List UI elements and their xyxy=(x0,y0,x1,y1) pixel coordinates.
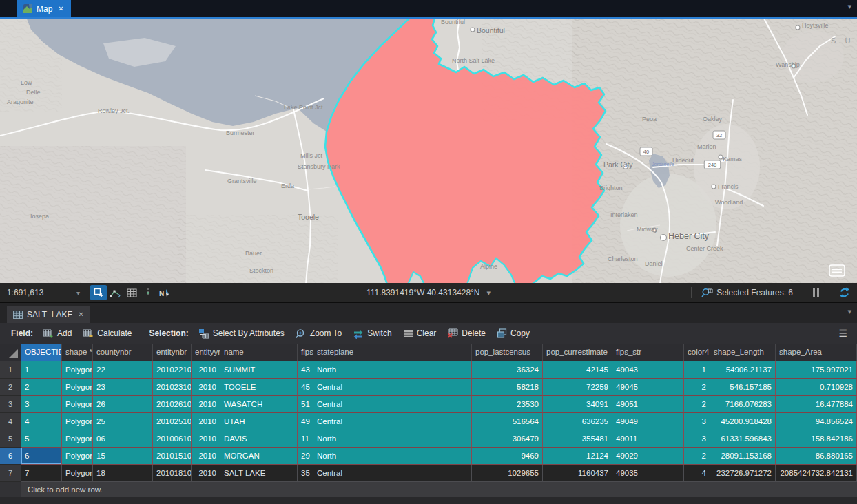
pause-drawing-icon[interactable] xyxy=(813,288,819,297)
cell-3-color4[interactable]: 2 xyxy=(684,396,710,413)
cell-3-entityyr[interactable]: 2010 xyxy=(192,396,220,413)
cell-5-pop-currestimate[interactable]: 355481 xyxy=(543,430,612,448)
map-view[interactable]: BountifulBountifulNorth Salt LakeHoytsvi… xyxy=(0,17,857,283)
cell-3-name[interactable]: WASATCH xyxy=(220,396,298,413)
column-header-pop-currestimate[interactable]: pop_currestimate xyxy=(543,344,612,361)
tab-map[interactable]: Map ✕ xyxy=(17,0,71,17)
calculate-field-button[interactable]: Calculate xyxy=(77,326,137,340)
cell-7-fips-str[interactable]: 49035 xyxy=(612,465,684,482)
column-header-countynbr[interactable]: countynbr xyxy=(93,344,153,361)
tab-bar-chevron-down-icon[interactable]: ▾ xyxy=(847,2,851,11)
cell-6-entityyr[interactable]: 2010 xyxy=(192,448,220,465)
cell-6-entitynbr[interactable]: 2010151010 xyxy=(153,448,192,465)
cell-3-countynbr[interactable]: 26 xyxy=(93,396,153,413)
select-by-attributes-button[interactable]: Select By Attributes xyxy=(193,326,290,341)
column-header-shape-[interactable]: shape * xyxy=(62,344,93,361)
zoom-to-button[interactable]: Zoom To xyxy=(290,326,347,341)
selected-features[interactable]: Selected Features: 6 xyxy=(701,288,793,298)
cell-5-shape-[interactable]: Polygon xyxy=(62,430,93,448)
table-corner-cell[interactable] xyxy=(0,344,21,361)
cell-2-shape-area[interactable]: 0.710928 xyxy=(776,379,857,396)
attribute-table[interactable]: OBJECTID *shape *countynbrentitynbrentit… xyxy=(0,344,857,482)
cell-5-pop-lastcensus[interactable]: 306479 xyxy=(472,430,543,448)
cell-5-countynbr[interactable]: 06 xyxy=(93,430,153,448)
cell-2-fips[interactable]: 45 xyxy=(298,379,313,396)
cell-6-fips-str[interactable]: 49029 xyxy=(612,448,684,465)
cell-2-shape-[interactable]: Polygon xyxy=(62,379,93,396)
clear-selection-button[interactable]: Clear xyxy=(397,326,442,340)
cell-1-stateplane[interactable]: North xyxy=(313,361,472,379)
north-arrow-icon[interactable]: N xyxy=(156,285,173,300)
cell-6-color4[interactable]: 2 xyxy=(684,448,710,465)
cell-7-entitynbr[interactable]: 2010181010 xyxy=(153,465,192,482)
cell-6-objectid-[interactable]: 6 xyxy=(21,448,62,465)
cell-3-fips-str[interactable]: 49051 xyxy=(612,396,684,413)
cell-4-color4[interactable]: 3 xyxy=(684,413,710,430)
cell-5-name[interactable]: DAVIS xyxy=(220,430,298,448)
cell-3-pop-lastcensus[interactable]: 23530 xyxy=(472,396,543,413)
cell-2-entitynbr[interactable]: 2010231010 xyxy=(153,379,192,396)
table-grid-icon[interactable] xyxy=(123,285,140,300)
cell-7-entityyr[interactable]: 2010 xyxy=(192,465,220,482)
cell-5-color4[interactable]: 3 xyxy=(684,430,710,448)
column-header-fips[interactable]: fips xyxy=(298,344,313,361)
cell-5-fips-str[interactable]: 49011 xyxy=(612,430,684,448)
row-header-3[interactable]: 3 xyxy=(0,396,21,413)
cell-7-shape-length[interactable]: 232726.971272 xyxy=(710,465,776,482)
cell-1-countynbr[interactable]: 22 xyxy=(93,361,153,379)
cell-2-countynbr[interactable]: 23 xyxy=(93,379,153,396)
row-header-1[interactable]: 1 xyxy=(0,361,21,379)
add-new-row[interactable]: Click to add new row. xyxy=(0,482,857,497)
delete-button[interactable]: Delete xyxy=(442,326,491,340)
cell-4-shape-area[interactable]: 94.856524 xyxy=(776,413,857,430)
cell-1-shape-area[interactable]: 175.997021 xyxy=(776,361,857,379)
tab-salt-lake[interactable]: SALT_LAKE ✕ xyxy=(7,306,90,323)
column-header-shape-area[interactable]: shape_Area xyxy=(776,344,857,361)
column-header-shape-length[interactable]: shape_Length xyxy=(710,344,776,361)
cell-7-pop-currestimate[interactable]: 1160437 xyxy=(543,465,612,482)
cell-4-entityyr[interactable]: 2010 xyxy=(192,413,220,430)
cell-4-objectid-[interactable]: 4 xyxy=(21,413,62,430)
cell-1-objectid-[interactable]: 1 xyxy=(21,361,62,379)
cell-5-shape-area[interactable]: 158.842186 xyxy=(776,430,857,448)
cell-5-fips[interactable]: 11 xyxy=(298,430,313,448)
cell-5-entityyr[interactable]: 2010 xyxy=(192,430,220,448)
add-field-button[interactable]: Add xyxy=(37,326,77,340)
row-header-7[interactable]: 7 xyxy=(0,465,21,482)
map-tab-close-icon[interactable]: ✕ xyxy=(58,5,63,12)
cell-7-countynbr[interactable]: 18 xyxy=(93,465,153,482)
cell-4-shape-length[interactable]: 45200.918428 xyxy=(710,413,776,430)
column-header-objectid-[interactable]: OBJECTID * xyxy=(21,344,62,361)
cell-1-entitynbr[interactable]: 2010221010 xyxy=(153,361,192,379)
map-overview-icon[interactable] xyxy=(828,264,846,277)
cell-6-stateplane[interactable]: North xyxy=(313,448,472,465)
cell-3-shape-area[interactable]: 16.477884 xyxy=(776,396,857,413)
cell-1-shape-length[interactable]: 54906.21137 xyxy=(710,361,776,379)
cell-2-objectid-[interactable]: 2 xyxy=(21,379,62,396)
cell-6-name[interactable]: MORGAN xyxy=(220,448,298,465)
cell-5-shape-length[interactable]: 61331.596843 xyxy=(710,430,776,448)
refresh-icon[interactable] xyxy=(839,287,850,298)
cell-4-pop-lastcensus[interactable]: 516564 xyxy=(472,413,543,430)
column-header-color4[interactable]: color4 xyxy=(684,344,710,361)
column-header-entitynbr[interactable]: entitynbr xyxy=(153,344,192,361)
cell-7-objectid-[interactable]: 7 xyxy=(21,465,62,482)
cell-2-name[interactable]: TOOELE xyxy=(220,379,298,396)
cell-1-entityyr[interactable]: 2010 xyxy=(192,361,220,379)
cell-7-name[interactable]: SALT LAKE xyxy=(220,465,298,482)
cell-5-entitynbr[interactable]: 2010061010 xyxy=(153,430,192,448)
column-header-name[interactable]: name xyxy=(220,344,298,361)
cell-5-stateplane[interactable]: North xyxy=(313,430,472,448)
cell-2-pop-lastcensus[interactable]: 58218 xyxy=(472,379,543,396)
cell-3-pop-currestimate[interactable]: 34091 xyxy=(543,396,612,413)
cell-1-color4[interactable]: 1 xyxy=(684,361,710,379)
cell-6-countynbr[interactable]: 15 xyxy=(93,448,153,465)
cell-6-shape-[interactable]: Polygon xyxy=(62,448,93,465)
table-tab-close-icon[interactable]: ✕ xyxy=(78,311,83,318)
cell-1-name[interactable]: SUMMIT xyxy=(220,361,298,379)
table-tab-bar-chevron-down-icon[interactable]: ▾ xyxy=(847,307,851,316)
cell-4-countynbr[interactable]: 25 xyxy=(93,413,153,430)
cell-3-shape-length[interactable]: 7166.076283 xyxy=(710,396,776,413)
cell-3-fips[interactable]: 51 xyxy=(298,396,313,413)
edit-vertices-icon[interactable] xyxy=(107,285,123,300)
